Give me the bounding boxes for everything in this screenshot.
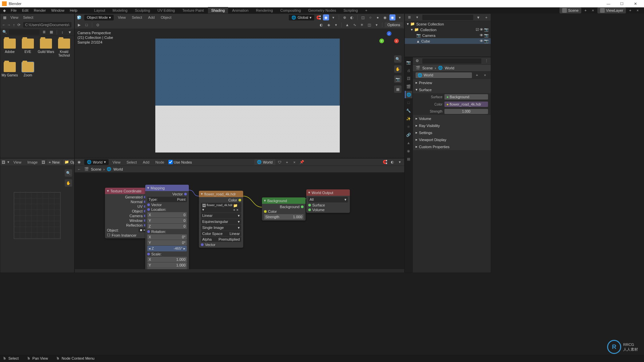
loc-y[interactable]: Y0 [147,218,187,223]
props-tab-world[interactable]: 🌐 [405,91,412,98]
viewlayer-del-button[interactable]: × [635,7,641,13]
vp-menu-add[interactable]: Add [146,15,157,20]
viewport-3d[interactable]: Camera Perspective (21) Collection | Cub… [75,28,404,158]
open-image-button[interactable]: 📁 Open [63,160,74,165]
overlay-toggle-icon[interactable]: ◐ [349,14,355,20]
fake-user-icon[interactable]: 🛡 [277,159,283,165]
menu-help[interactable]: Help [68,8,79,13]
fb-search-input[interactable] [9,29,40,35]
socket-window[interactable]: Window [105,218,149,223]
node-background[interactable]: ▾Background Background Color Strength1.0… [262,197,306,221]
use-nodes-toggle[interactable]: Use Nodes [168,160,192,164]
outline-cube[interactable]: ▲Cube👁📷 [405,38,491,44]
editor-type-icon[interactable]: ⚙ [414,58,420,64]
snap-toggle[interactable]: 🧲 [382,159,388,165]
outline-camera[interactable]: 📷Camera👁📷 [405,33,491,38]
pivot-icon[interactable]: ⊙ [95,22,101,28]
vis-filter-icon[interactable]: ▾ [374,22,380,28]
socket-reflection[interactable]: Reflection [105,223,149,228]
pan-icon[interactable]: ✋ [65,179,72,187]
props-tab-material[interactable]: ◉ [405,147,412,155]
props-tab-data[interactable]: ▲ [405,139,412,146]
props-tab-object[interactable]: □ [405,99,412,106]
se-menu-add[interactable]: Add [141,160,152,165]
new-slot-icon[interactable]: + [284,159,290,165]
editor-type-icon[interactable]: ◉ [76,159,82,165]
folder-item[interactable]: My Games [3,62,16,77]
mode-dropdown[interactable]: Object Mode▾ [84,15,114,20]
rot-x[interactable]: X0° [147,234,187,240]
zoom-icon[interactable]: 🔍 [394,55,401,63]
editor-type-icon[interactable]: ≣ [406,14,412,20]
display-thumb-icon[interactable]: ▦ [48,29,54,35]
pin-icon[interactable]: 📌 [299,159,305,165]
strength-field[interactable]: Strength1.000 [264,214,304,220]
path-field[interactable]: C:\Users\Greg\Documents\ [23,22,71,27]
eye-icon[interactable]: 👁 [480,39,483,43]
section-rayvis[interactable]: ▸Ray Visibility [413,122,491,129]
props-tab-constraints[interactable]: 🔗 [405,131,412,138]
orient-dropdown[interactable]: 🌐 Global ▾ [289,15,314,20]
node-header[interactable]: ▾Background [262,197,306,204]
image-selector[interactable]: 🖼▾flower_road_4k.hdr📁 + × [201,203,241,213]
folder-item[interactable]: EVE [21,39,35,57]
shading-matprev-icon[interactable]: ◉ [382,14,388,20]
menu-edit[interactable]: Edit [20,8,31,13]
node-world-output[interactable]: ▾World Output All▾ Surface Volume [306,189,350,213]
vp-overlay-icon[interactable]: ▾ [333,22,339,28]
vis-light-icon[interactable]: ☀ [359,22,365,28]
viewlayer-new-button[interactable]: + [627,7,633,13]
socket-object[interactable]: Object [105,209,149,214]
object-picker[interactable]: Object:■ ⌖ [105,228,149,233]
shader-type-dropdown[interactable]: 🌐 World ▾ [84,159,109,165]
ws-compositing[interactable]: Compositing [277,7,304,14]
image-browse-icon[interactable]: 🖼 [42,159,45,165]
tool-select-icon[interactable]: □ [84,22,90,28]
display-list-icon[interactable]: ≣ [41,29,47,35]
close-button[interactable]: ✕ [629,0,642,7]
socket-color-in[interactable]: Color [262,209,306,214]
render-icon[interactable]: 📷 [484,33,489,38]
sort-icon[interactable]: ↕ [59,29,65,35]
outliner-search[interactable] [422,15,473,20]
node-texture-coordinate[interactable]: ▾Texture Coordinate Generated Normal UV … [105,188,149,238]
axis-y-icon[interactable]: Y [379,39,384,43]
perspective-icon[interactable]: ▦ [394,85,401,93]
shading-wire-icon[interactable]: ○ [367,14,373,20]
socket-background-out[interactable]: Background [262,204,306,209]
se-menu-view[interactable]: View [111,160,123,165]
from-instancer-toggle[interactable]: ☐From Instancer [105,233,149,238]
node-canvas[interactable]: ▾Texture Coordinate Generated Normal UV … [75,173,404,269]
shading-rendered-icon[interactable]: ◉ [389,14,395,20]
socket-vector-in[interactable]: Vector [199,242,243,247]
snap-icon[interactable]: 🧲 [316,14,322,20]
minimize-button[interactable]: — [602,0,615,7]
new-world-button[interactable]: + [474,72,480,78]
section-settings[interactable]: ▸Settings [413,129,491,136]
overlay-toggle[interactable]: ◐ [389,159,395,165]
ws-rendering[interactable]: Rendering [253,7,276,14]
ws-add[interactable]: + [362,7,371,14]
bc-scene[interactable]: Scene [91,167,101,171]
socket-color-out[interactable]: Color [199,198,243,202]
new-image-button[interactable]: + New [47,160,61,165]
filter-icon[interactable]: ▼ [67,29,73,35]
props-tab-particles[interactable]: ✨ [405,115,412,122]
props-tab-physics[interactable]: ⚛ [405,123,412,130]
snap-type-icon[interactable]: ▾ [330,14,336,20]
alpha-dropdown[interactable]: AlphaPremultiplied [201,237,241,242]
props-tab-scene[interactable]: 🎬 [405,83,412,90]
editor-type-icon[interactable]: 🖼 [2,159,5,165]
rot-z[interactable]: ◂ Z-465° ▸ [147,246,187,251]
nav-gizmo[interactable]: X Y Z [379,31,399,51]
section-surface[interactable]: ▾Surface [413,86,491,93]
axis-z-icon[interactable]: Z [387,31,391,36]
vp-gizmo-icon[interactable]: ◈ [326,22,332,28]
options-button[interactable]: Options [385,22,403,27]
menu-render[interactable]: Render [32,8,48,13]
folder-item[interactable]: Knald Technol [57,39,71,57]
folder-item[interactable]: Guild Wars [39,39,53,57]
xray-icon[interactable]: ◫ [360,14,366,20]
image-mode-icon[interactable]: ▾ [7,159,9,165]
outliner-display-icon[interactable]: ▾ [414,14,420,20]
